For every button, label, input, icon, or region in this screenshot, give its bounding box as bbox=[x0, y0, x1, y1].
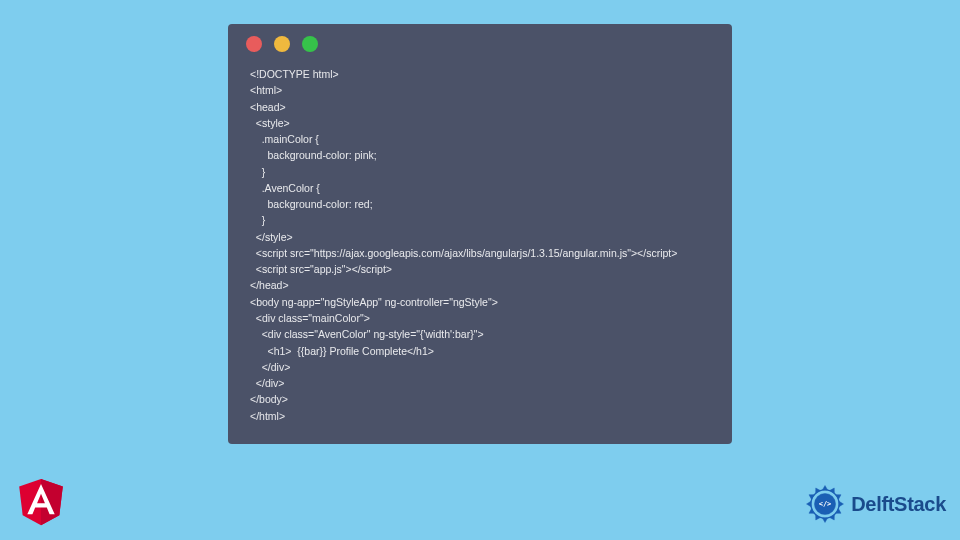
svg-marker-1 bbox=[41, 479, 63, 525]
svg-text:</>: </> bbox=[819, 499, 832, 508]
delftstack-logo: </> DelftStack bbox=[803, 482, 946, 526]
angular-logo-icon bbox=[12, 470, 70, 532]
window-controls bbox=[244, 36, 716, 52]
delftstack-icon: </> bbox=[803, 482, 847, 526]
close-icon bbox=[246, 36, 262, 52]
delftstack-brand-text: DelftStack bbox=[851, 493, 946, 516]
code-block: <!DOCTYPE html> <html> <head> <style> .m… bbox=[244, 66, 716, 424]
code-window: <!DOCTYPE html> <html> <head> <style> .m… bbox=[228, 24, 732, 444]
maximize-icon bbox=[302, 36, 318, 52]
minimize-icon bbox=[274, 36, 290, 52]
